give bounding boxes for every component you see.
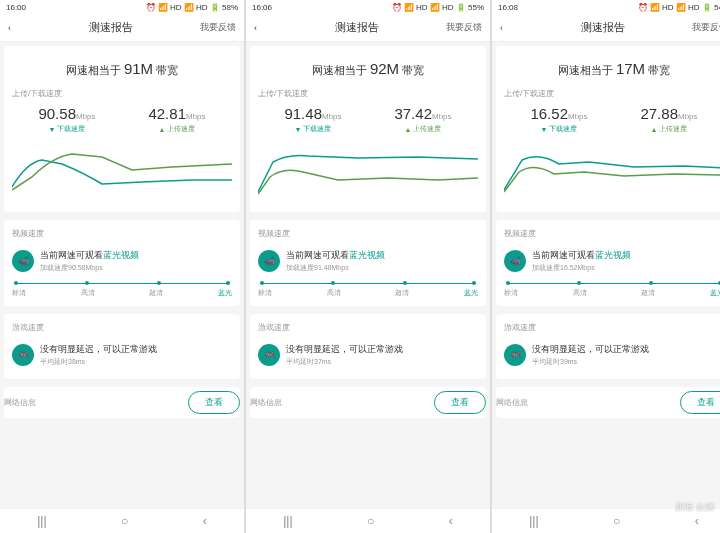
game-subtitle: 平均延时38ms (40, 357, 232, 367)
game-card: 游戏速度 🎮没有明显延迟，可以正常游戏平均延时38ms (4, 314, 240, 379)
back-icon[interactable]: ‹ (8, 23, 22, 33)
speed-chart (12, 142, 232, 202)
speed-card: 网速相当于 91M 带宽 上传/下载速度 90.58Mbps▼下载速度 42.8… (4, 46, 240, 212)
game-card: 游戏速度 🎮没有明显延迟，可以正常游戏平均延时37ms (250, 314, 486, 379)
view-button[interactable]: 查看 (434, 391, 486, 414)
phone-screen-1: 16:06⏰ 📶 HD 📶 HD 🔋 55% ‹ 测速报告 我要反馈 网速相当于… (246, 0, 492, 533)
game-icon: 🎮 (504, 344, 526, 366)
game-sub: 游戏速度 (504, 322, 720, 333)
phone-screen-2: 16:08⏰ 📶 HD 📶 HD 🔋 54% ‹ 测速报告 我要反馈 网速相当于… (492, 0, 720, 533)
speed-card: 网速相当于 92M 带宽 上传/下载速度 91.48Mbps▼下载速度 37.4… (250, 46, 486, 212)
nav-back[interactable]: ‹ (449, 514, 453, 528)
network-label: 网络信息 (496, 397, 528, 408)
time: 16:08 (498, 3, 518, 12)
nav-home[interactable]: ○ (121, 514, 128, 528)
video-card: 视频速度 📹当前网速可观看蓝光视频加载速度90.58Mbps 标清高清超清蓝光 (4, 220, 240, 306)
nav-back[interactable]: ‹ (203, 514, 207, 528)
video-sub: 视频速度 (12, 228, 232, 239)
nav-recent[interactable]: ||| (37, 514, 46, 528)
quality-bar: 标清高清超清蓝光 (258, 283, 478, 298)
download-speed: 90.58Mbps▼下载速度 (38, 105, 95, 134)
feedback-link[interactable]: 我要反馈 (692, 21, 720, 34)
quality-bar: 标清高清超清蓝光 (504, 283, 720, 298)
game-title: 没有明显延迟，可以正常游戏 (532, 343, 720, 356)
video-icon: 📹 (258, 250, 280, 272)
network-card: 网络信息 查看 (4, 387, 240, 418)
nav-home[interactable]: ○ (613, 514, 620, 528)
header: ‹ 测速报告 我要反馈 (492, 14, 720, 42)
header: ‹ 测速报告 我要反馈 (246, 14, 490, 42)
video-subtitle: 加载速度91.48Mbps (286, 263, 478, 273)
status-icons: ⏰ 📶 HD 📶 HD 🔋 55% (392, 3, 484, 12)
status-icons: ⏰ 📶 HD 📶 HD 🔋 58% (146, 3, 238, 12)
back-icon[interactable]: ‹ (254, 23, 268, 33)
speed-sub: 上传/下载速度 (258, 88, 478, 99)
game-icon: 🎮 (258, 344, 280, 366)
video-sub: 视频速度 (258, 228, 478, 239)
feedback-link[interactable]: 我要反馈 (446, 21, 482, 34)
view-button[interactable]: 查看 (188, 391, 240, 414)
status-bar: 16:06⏰ 📶 HD 📶 HD 🔋 55% (246, 0, 490, 14)
video-title: 当前网速可观看蓝光视频 (40, 249, 232, 262)
download-speed: 91.48Mbps▼下载速度 (284, 105, 341, 134)
video-icon: 📹 (12, 250, 34, 272)
speed-sub: 上传/下载速度 (12, 88, 232, 99)
back-icon[interactable]: ‹ (500, 23, 514, 33)
video-card: 视频速度 📹当前网速可观看蓝光视频加载速度91.48Mbps 标清高清超清蓝光 (250, 220, 486, 306)
game-icon: 🎮 (12, 344, 34, 366)
nav-recent[interactable]: ||| (529, 514, 538, 528)
download-speed: 16.52Mbps▼下载速度 (530, 105, 587, 134)
status-bar: 16:08⏰ 📶 HD 📶 HD 🔋 54% (492, 0, 720, 14)
network-label: 网络信息 (4, 397, 36, 408)
summary: 网速相当于 91M 带宽 (12, 54, 232, 88)
nav-bar: |||○‹ (246, 509, 490, 533)
game-card: 游戏速度 🎮没有明显延迟，可以正常游戏平均延时39ms (496, 314, 720, 379)
network-label: 网络信息 (250, 397, 282, 408)
watermark: 新浪 众测 (675, 502, 714, 513)
upload-speed: 27.88Mbps▲上传速度 (640, 105, 697, 134)
video-card: 视频速度 📹当前网速可观看蓝光视频加载速度16.52Mbps 标清高清超清蓝光 (496, 220, 720, 306)
game-sub: 游戏速度 (12, 322, 232, 333)
time: 16:00 (6, 3, 26, 12)
nav-home[interactable]: ○ (367, 514, 374, 528)
video-subtitle: 加载速度16.52Mbps (532, 263, 720, 273)
summary: 网速相当于 17M 带宽 (504, 54, 720, 88)
speed-card: 网速相当于 17M 带宽 上传/下载速度 16.52Mbps▼下载速度 27.8… (496, 46, 720, 212)
page-title: 测速报告 (22, 20, 200, 35)
status-icons: ⏰ 📶 HD 📶 HD 🔋 54% (638, 3, 720, 12)
speed-sub: 上传/下载速度 (504, 88, 720, 99)
network-card: 网络信息 查看 (250, 387, 486, 418)
status-bar: 16:00⏰ 📶 HD 📶 HD 🔋 58% (0, 0, 244, 14)
game-title: 没有明显延迟，可以正常游戏 (286, 343, 478, 356)
game-subtitle: 平均延时37ms (286, 357, 478, 367)
speed-chart (504, 142, 720, 202)
video-title: 当前网速可观看蓝光视频 (532, 249, 720, 262)
video-icon: 📹 (504, 250, 526, 272)
summary: 网速相当于 92M 带宽 (258, 54, 478, 88)
header: ‹ 测速报告 我要反馈 (0, 14, 244, 42)
upload-speed: 42.81Mbps▲上传速度 (148, 105, 205, 134)
nav-bar: |||○‹ (0, 509, 244, 533)
network-card: 网络信息 查看 (496, 387, 720, 418)
game-sub: 游戏速度 (258, 322, 478, 333)
speed-chart (258, 142, 478, 202)
phone-screen-0: 16:00⏰ 📶 HD 📶 HD 🔋 58% ‹ 测速报告 我要反馈 网速相当于… (0, 0, 246, 533)
view-button[interactable]: 查看 (680, 391, 720, 414)
feedback-link[interactable]: 我要反馈 (200, 21, 236, 34)
game-title: 没有明显延迟，可以正常游戏 (40, 343, 232, 356)
page-title: 测速报告 (268, 20, 446, 35)
video-subtitle: 加载速度90.58Mbps (40, 263, 232, 273)
upload-speed: 37.42Mbps▲上传速度 (394, 105, 451, 134)
nav-back[interactable]: ‹ (695, 514, 699, 528)
nav-recent[interactable]: ||| (283, 514, 292, 528)
video-title: 当前网速可观看蓝光视频 (286, 249, 478, 262)
page-title: 测速报告 (514, 20, 692, 35)
time: 16:06 (252, 3, 272, 12)
quality-bar: 标清高清超清蓝光 (12, 283, 232, 298)
game-subtitle: 平均延时39ms (532, 357, 720, 367)
video-sub: 视频速度 (504, 228, 720, 239)
